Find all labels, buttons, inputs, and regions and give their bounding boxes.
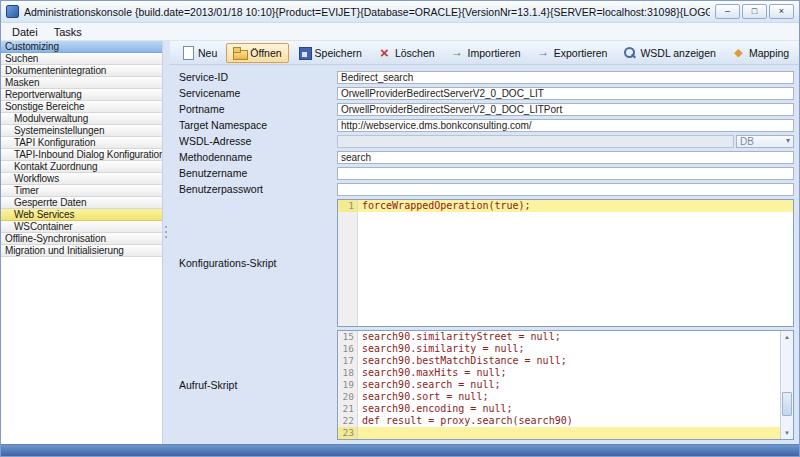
window-bottom-border [1,444,799,456]
sidebar-item-kontakt-zuordnung[interactable]: Kontakt Zuordnung [1,161,162,173]
code-line: def result = proxy.search(search90) [358,415,780,427]
code-line: search90.bestMatchDistance = null; [358,355,780,367]
sidebar-item-wscontainer[interactable]: WSContainer [1,221,162,233]
toolbar-button-mapping[interactable]: Mapping [725,43,796,63]
field-label-methodenname: Methodenname [179,151,337,163]
toolbar-button-label: Neu [198,47,217,59]
sidebar-item-modulverwaltung[interactable]: Modulverwaltung [1,113,162,125]
form-row: Methodenname [179,149,794,165]
scroll-track[interactable] [781,343,793,427]
field-input-methodenname[interactable] [337,151,794,164]
field-input-service-id[interactable] [337,71,794,84]
field-label-aufruf-skript: Aufruf-Skript [179,379,337,391]
toolbar-button-löschen[interactable]: Löschen [371,43,442,63]
field-input-target-namespace[interactable] [337,119,794,132]
editor-content[interactable]: forceWrappedOperation(true); [358,200,793,326]
sidebar-item-timer[interactable]: Timer [1,185,162,197]
field-input-benutzername[interactable] [337,167,794,180]
line-number: 16 [338,343,357,355]
sidebar-item-gesperrte-daten[interactable]: Gesperrte Daten [1,197,162,209]
editor-gutter: 151617181920212223 [338,331,358,439]
field-label-servicename: Servicename [179,87,337,99]
scroll-up-arrow[interactable]: ▲ [781,331,793,343]
field-input-portname[interactable] [337,103,794,116]
splitter-dots [165,231,167,233]
sidebar-item-tapi-konfiguration[interactable]: TAPI Konfiguration [1,137,162,149]
code-line: search90.maxHits = null; [358,367,780,379]
line-number: 15 [338,331,357,343]
sidebar-item-web-services[interactable]: Web Services [1,209,162,221]
field-label-service-id: Service-ID [179,71,337,83]
splitter-dots [165,236,167,238]
save-icon [298,46,311,59]
app-icon [6,5,19,18]
sidebar-splitter[interactable] [163,41,170,444]
app-window: Administrationskonsole {build.date=2013/… [0,0,800,457]
toolbar-button-wsdl-anzeigen[interactable]: WSDL anzeigen [616,43,722,63]
sidebar-item-sonstige-bereiche[interactable]: Sonstige Bereiche [1,101,162,113]
chevron-down-icon: ▾ [786,136,790,146]
field-label-benutzername: Benutzername [179,167,337,179]
sidebar-item-systemeinstellungen[interactable]: Systemeinstellungen [1,125,162,137]
editor-gutter: 1 [338,200,358,326]
sidebar-item-offline-synchronisation[interactable]: Offline-Synchronisation [1,233,162,245]
form-row: WSDL-AdresseDB▾ [179,133,794,149]
form-row: Servicename [179,85,794,101]
toolbar-button-importieren[interactable]: Importieren [444,43,528,63]
aufruf-script-row: Aufruf-Skript 151617181920212223search90… [179,330,794,440]
window-controls: – □ × [715,4,794,19]
main-panel: NeuÖffnenSpeichernLöschenImportierenExpo… [170,41,799,444]
toolbar: NeuÖffnenSpeichernLöschenImportierenExpo… [170,41,799,65]
sidebar-item-customizing[interactable]: Customizing [1,41,162,53]
form-fields: Service-IDServicenamePortnameTarget Name… [179,69,794,197]
wsdl-source-combo[interactable]: DB▾ [736,135,794,148]
menu-item-tasks[interactable]: Tasks [46,25,90,39]
line-number: 19 [338,379,357,391]
form-row: Benutzername [179,165,794,181]
toolbar-button-neu[interactable]: Neu [174,43,224,63]
field-input-servicename[interactable] [337,87,794,100]
toolbar-button-label: Öffnen [250,47,281,59]
line-number: 1 [338,200,357,212]
scroll-thumb[interactable] [782,392,792,416]
sidebar-item-suchen[interactable]: Suchen [1,53,162,65]
toolbar-button-öffnen[interactable]: Öffnen [226,43,288,63]
editor-scrollbar[interactable]: ▲▼ [780,331,793,439]
maximize-button[interactable]: □ [742,4,767,19]
sidebar-item-dokumentenintegration[interactable]: Dokumentenintegration [1,65,162,77]
aufruf-editor[interactable]: 151617181920212223search90.similarityStr… [337,330,794,440]
form-row: Service-ID [179,69,794,85]
toolbar-button-label: Speichern [315,47,362,59]
minimize-button[interactable]: – [715,4,740,19]
toolbar-button-label: Importieren [468,47,521,59]
editor-content[interactable]: search90.similarityStreet = null;search9… [358,331,780,439]
line-number: 17 [338,355,357,367]
field-label-portname: Portname [179,103,337,115]
import-icon [451,46,464,59]
sidebar-item-masken[interactable]: Masken [1,77,162,89]
form-row: Portname [179,101,794,117]
toolbar-button-test[interactable]: Test [798,43,799,63]
code-line: forceWrappedOperation(true); [358,200,793,212]
konfig-editor[interactable]: 1forceWrappedOperation(true); [337,199,794,327]
sidebar-item-tapi-inbound-dialog-konfiguration[interactable]: TAPI-Inbound Dialog Konfiguration [1,149,162,161]
toolbar-button-exportieren[interactable]: Exportieren [530,43,615,63]
sidebar-item-migration-und-initialisierung[interactable]: Migration und Initialisierung [1,245,162,257]
menu-item-datei[interactable]: Datei [4,25,46,39]
menubar: DateiTasks [1,23,799,41]
scroll-down-arrow[interactable]: ▼ [781,427,793,439]
code-line: search90.similarityStreet = null; [358,331,780,343]
titlebar[interactable]: Administrationskonsole {build.date=2013/… [1,1,799,23]
mapping-icon [732,46,745,59]
sidebar-item-reportverwaltung[interactable]: Reportverwaltung [1,89,162,101]
field-label-benutzerpasswort: Benutzerpasswort [179,183,337,195]
new-page-icon [181,46,194,59]
toolbar-button-label: Mapping [749,47,789,59]
close-button[interactable]: × [769,4,794,19]
delete-icon [378,46,391,59]
field-input-benutzerpasswort[interactable] [337,183,794,196]
konfig-script-row: Konfigurations-Skript 1forceWrappedOpera… [179,199,794,327]
sidebar-item-workflows[interactable]: Workflows [1,173,162,185]
toolbar-button-speichern[interactable]: Speichern [291,43,369,63]
field-label-konfigurations-skript: Konfigurations-Skript [179,257,337,269]
